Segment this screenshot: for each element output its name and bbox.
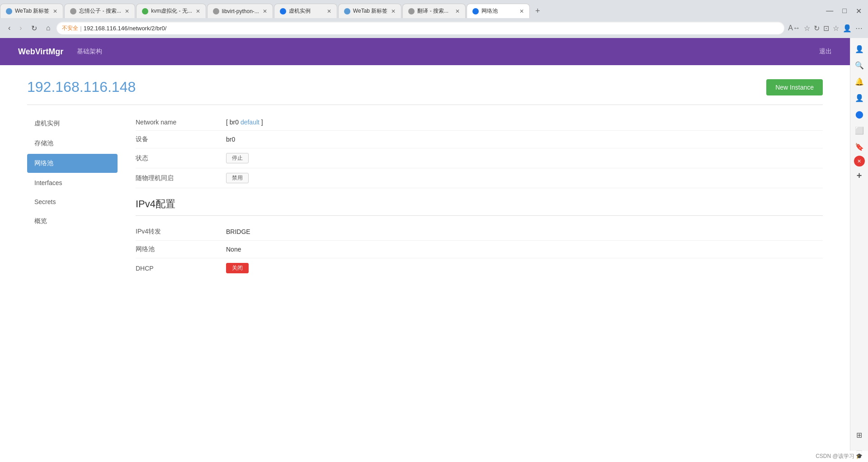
tab-label-5: 虚机实例 xyxy=(289,7,311,15)
plus-side-icon[interactable]: + xyxy=(852,168,867,183)
grid-side-icon[interactable]: ⊞ xyxy=(852,428,867,442)
info-row-network-pool: 网络池 None xyxy=(136,241,823,258)
circle-side-icon[interactable]: ⬤ xyxy=(852,107,867,121)
address-url: 192.168.116.146/network/2/br0/ xyxy=(84,25,167,32)
tab-label-8: 网络池 xyxy=(481,7,498,15)
default-link[interactable]: default xyxy=(241,119,259,126)
security-warning: 不安全 xyxy=(62,24,78,32)
label-status: 状态 xyxy=(136,154,226,162)
value-network-pool: None xyxy=(226,246,241,253)
tab-label-7: 翻译 - 搜索... xyxy=(417,7,448,15)
tab-8[interactable]: 网络池 ✕ xyxy=(467,4,530,18)
logout-link[interactable]: 退出 xyxy=(819,48,832,56)
tab-2[interactable]: 忘情公子 - 搜索... ✕ xyxy=(64,4,135,18)
tab-close-3[interactable]: ✕ xyxy=(192,8,200,14)
tab-icon-7 xyxy=(408,8,415,14)
top-nav: WebVirtMgr 基础架构 退出 xyxy=(0,38,850,65)
sidebar-item-secrets[interactable]: Secrets xyxy=(27,193,118,211)
sidebar-item-vm[interactable]: 虚机实例 xyxy=(27,114,118,133)
user-side-icon[interactable]: 👤 xyxy=(852,90,867,105)
tab-5[interactable]: 虚机实例 ✕ xyxy=(274,4,337,18)
info-row-dhcp: DHCP 关闭 xyxy=(136,258,823,278)
star-icon[interactable]: ☆ xyxy=(804,24,810,33)
tab-1[interactable]: WeTab 新标签 ✕ xyxy=(0,4,63,18)
tab-7[interactable]: 翻译 - 搜索... ✕ xyxy=(402,4,466,18)
translate-icon[interactable]: A↔ xyxy=(788,24,800,32)
tab-icon-1 xyxy=(6,8,12,14)
autostart-badge: 禁用 xyxy=(226,173,249,183)
tab-close-4[interactable]: ✕ xyxy=(259,8,267,14)
label-dhcp: DHCP xyxy=(136,265,226,272)
info-row-ipv4-forward: IPv4转发 BRIDGE xyxy=(136,223,823,241)
label-ipv4-forward: IPv4转发 xyxy=(136,228,226,236)
menu-icon[interactable]: ⋯ xyxy=(855,24,863,33)
new-instance-button[interactable]: New Instance xyxy=(766,79,823,95)
label-network-pool: 网络池 xyxy=(136,245,226,253)
brand-label: WebVirtMgr xyxy=(18,47,63,57)
main-layout: 虚机实例 存储池 网络池 Interfaces Secrets xyxy=(27,114,823,278)
bell-side-icon[interactable]: 🔔 xyxy=(852,74,867,89)
side-panel: 👤 🔍 🔔 👤 ⬤ ⬜ 🔖 ✕ + ⊞ ▭ xyxy=(850,38,868,462)
close-window-button[interactable]: ✕ xyxy=(853,6,864,16)
refresh-icon[interactable]: ↻ xyxy=(814,24,820,33)
page-content: 192.168.116.148 New Instance 虚机实例 存储池 xyxy=(0,65,850,291)
page-title: 192.168.116.148 xyxy=(27,79,136,95)
x-side-icon[interactable]: ✕ xyxy=(854,156,865,167)
tab-controls: — □ ✕ xyxy=(823,6,868,16)
value-autostart: 禁用 xyxy=(226,173,249,183)
tab-label-1: WeTab 新标签 xyxy=(15,7,49,15)
address-input[interactable]: 不安全 | 192.168.116.146/network/2/br0/ xyxy=(57,22,784,34)
tab-icon-5 xyxy=(280,8,286,14)
bookmark-toolbar-icon[interactable]: ☆ xyxy=(833,24,839,33)
tab-close-5[interactable]: ✕ xyxy=(323,8,331,14)
tab-label-2: 忘情公子 - 搜索... xyxy=(79,7,121,15)
tab-close-8[interactable]: ✕ xyxy=(516,8,524,14)
tab-4[interactable]: libvirt-python-... ✕ xyxy=(207,4,273,18)
label-network-name: Network name xyxy=(136,119,226,126)
back-button[interactable]: ‹ xyxy=(5,22,13,34)
info-row-device: 设备 br0 xyxy=(136,131,823,148)
maximize-button[interactable]: □ xyxy=(840,6,849,16)
cast-icon[interactable]: ⊡ xyxy=(823,24,829,33)
home-button[interactable]: ⌂ xyxy=(43,22,53,34)
tab-close-1[interactable]: ✕ xyxy=(49,8,57,14)
info-row-status: 状态 停止 xyxy=(136,148,823,168)
sidebar-item-storage[interactable]: 存储池 xyxy=(27,134,118,153)
person-side-icon[interactable]: 👤 xyxy=(852,42,867,56)
tab-icon-8 xyxy=(472,8,479,14)
value-ipv4-forward: BRIDGE xyxy=(226,228,250,235)
sidebar-item-overview[interactable]: 概览 xyxy=(27,212,118,231)
tab-icon-4 xyxy=(213,8,219,14)
tab-3[interactable]: kvm虚拟化 - 无... ✕ xyxy=(136,4,206,18)
info-row-autostart: 随物理机同启 禁用 xyxy=(136,168,823,188)
tab-close-6[interactable]: ✕ xyxy=(387,8,396,14)
footer-bar: CSDN @该学习 🎓 xyxy=(810,451,868,462)
nav-infrastructure-link[interactable]: 基础架构 xyxy=(77,48,102,56)
tab-icon-2 xyxy=(70,8,76,14)
header-divider xyxy=(27,105,823,105)
detail-panel: Network name [ br0 default ] 设备 br0 xyxy=(118,114,823,278)
tab-close-7[interactable]: ✕ xyxy=(452,8,460,14)
bookmark-side-icon[interactable]: 🔖 xyxy=(852,139,867,154)
ipv4-divider xyxy=(136,215,823,216)
tab-label-6: WeTab 新标签 xyxy=(353,7,387,15)
sidebar-item-interfaces[interactable]: Interfaces xyxy=(27,174,118,192)
tab-close-2[interactable]: ✕ xyxy=(121,8,129,14)
search-side-icon[interactable]: 🔍 xyxy=(852,58,867,72)
status-badge: 停止 xyxy=(226,153,249,163)
box-side-icon[interactable]: ⬜ xyxy=(852,123,867,138)
forward-button[interactable]: › xyxy=(17,22,24,34)
profile-icon[interactable]: 👤 xyxy=(843,24,852,33)
value-device: br0 xyxy=(226,136,235,143)
tab-label-3: kvm虚拟化 - 无... xyxy=(151,7,192,15)
value-status: 停止 xyxy=(226,153,249,163)
label-device: 设备 xyxy=(136,135,226,143)
reload-button[interactable]: ↻ xyxy=(28,22,40,34)
ipv4-section-title: IPv4配置 xyxy=(136,197,823,211)
sidebar-item-network[interactable]: 网络池 xyxy=(27,154,118,173)
minimize-button[interactable]: — xyxy=(823,6,836,16)
tab-icon-6 xyxy=(344,8,350,14)
tab-6[interactable]: WeTab 新标签 ✕ xyxy=(338,4,401,18)
sidebar: 虚机实例 存储池 网络池 Interfaces Secrets xyxy=(27,114,118,278)
new-tab-button[interactable]: + xyxy=(531,4,544,18)
